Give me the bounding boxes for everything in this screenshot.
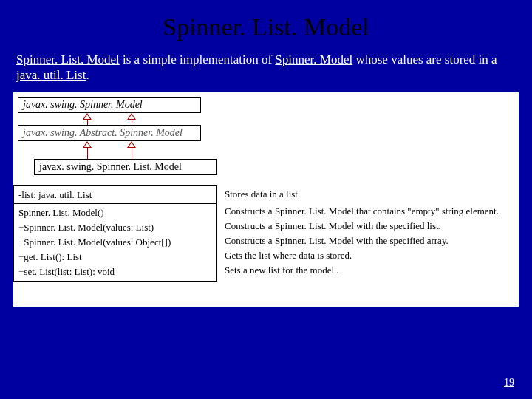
uml-arrow-head-1a xyxy=(83,113,92,120)
uml-abstract-box: javax. swing. Abstract. Spinner. Model xyxy=(18,125,201,141)
intro-paragraph: Spinner. List. Model is a simple impleme… xyxy=(0,52,532,92)
intro-t3: . xyxy=(86,68,89,82)
uml-arrow-head-2b xyxy=(127,141,136,148)
uml-arrow-head-1b xyxy=(127,113,136,120)
uml-interface-box: javax. swing. Spinner. Model xyxy=(18,97,201,113)
uml-method-row: +set. List(list: List): void xyxy=(18,265,212,279)
uml-desc-row: Stores data in a list. xyxy=(225,187,517,202)
page-title: Spinner. List. Model xyxy=(0,0,532,52)
uml-method-row: +Spinner. List. Model(values: Object[]) xyxy=(18,235,212,250)
uml-desc-row: Gets the list where data is stored. xyxy=(225,248,517,263)
uml-desc-row: Constructs a Spinner. List. Model with t… xyxy=(225,233,517,248)
page-number: 19 xyxy=(504,377,514,389)
uml-arrow-head-2a xyxy=(83,141,92,148)
uml-methods-box: Spinner. List. Model() +Spinner. List. M… xyxy=(13,203,217,282)
intro-t2: whose values are stored in a xyxy=(352,52,497,66)
uml-method-row: +get. List(): List xyxy=(18,250,212,265)
link-spinnerlistmodel: Spinner. List. Model xyxy=(16,52,120,66)
uml-method-row: +Spinner. List. Model(values: List) xyxy=(18,220,212,235)
uml-field-box: -list: java. util. List xyxy=(13,185,217,205)
uml-descriptions: Stores data in a list. Constructs a Spin… xyxy=(219,185,517,280)
intro-t1: is a simple implementation of xyxy=(120,52,276,66)
link-spinnermodel: Spinner. Model xyxy=(275,52,352,66)
uml-desc-row: Sets a new list for the model . xyxy=(225,263,517,278)
uml-desc-row: Constructs a Spinner. List. Model that c… xyxy=(225,204,517,219)
uml-method-row: Spinner. List. Model() xyxy=(18,205,212,220)
uml-diagram: javax. swing. Spinner. Model javax. swin… xyxy=(13,92,519,307)
uml-concrete-box: javax. swing. Spinner. List. Model xyxy=(34,159,217,175)
uml-desc-row: Constructs a Spinner. List. Model with t… xyxy=(225,219,517,233)
link-javautillist: java. util. List xyxy=(16,68,86,82)
